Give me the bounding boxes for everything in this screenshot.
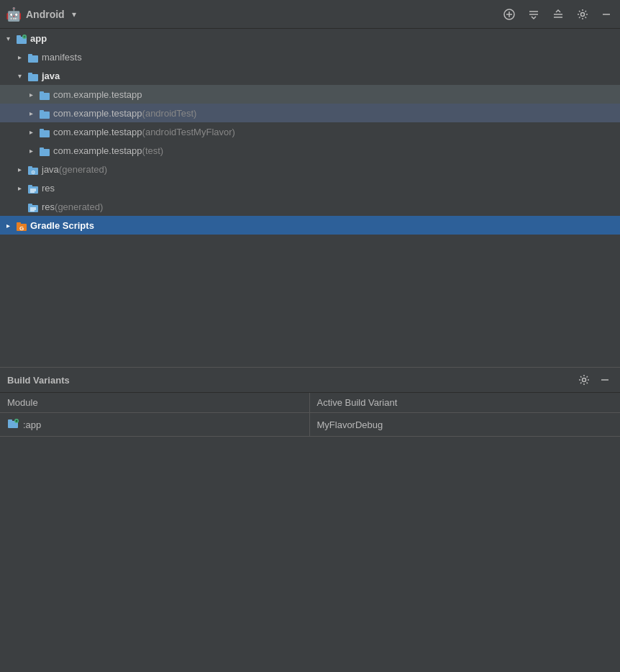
item-suffix-java-gen: (generated) (59, 164, 107, 175)
svg-rect-20 (40, 110, 44, 112)
tree-item-gradle[interactable]: G Gradle Scripts (0, 216, 620, 235)
svg-point-41 (583, 378, 586, 382)
settings-button[interactable] (574, 7, 591, 22)
svg-rect-15 (28, 74, 38, 81)
svg-rect-39 (17, 222, 21, 224)
tree-item-java[interactable]: java (0, 66, 620, 85)
svg-text:⚙: ⚙ (31, 170, 35, 175)
item-label-pkg3: com.example.testapp (53, 127, 142, 137)
expand-arrow-java[interactable] (14, 71, 24, 81)
item-label-gradle: Gradle Scripts (30, 220, 94, 231)
item-label-manifests: manifests (42, 52, 82, 63)
expand-arrow-app[interactable] (3, 33, 13, 43)
module-cell: :app (7, 419, 302, 430)
item-label-java: java (42, 71, 60, 81)
col-header-module: Module (0, 393, 309, 413)
svg-rect-26 (28, 166, 32, 168)
tree-item-java-gen[interactable]: ⚙ java (generated) (0, 160, 620, 178)
folder-icon-res-gen (27, 202, 39, 211)
expand-arrow-gradle[interactable] (3, 220, 13, 230)
table-row[interactable]: :app MyFlavorDebug (0, 413, 620, 437)
bv-minimize-button[interactable] (597, 373, 613, 386)
folder-icon-gradle: G (16, 221, 27, 230)
svg-point-12 (24, 36, 26, 38)
folder-icon-res (27, 183, 39, 192)
expand-arrow-pkg4[interactable] (26, 145, 36, 155)
expand-arrow-pkg2[interactable] (26, 108, 36, 118)
item-label-pkg2: com.example.testapp (53, 108, 142, 119)
svg-rect-14 (28, 54, 32, 56)
item-label-app: app (30, 33, 47, 44)
app-module-icon (7, 419, 19, 430)
folder-icon-java-gen: ⚙ (27, 165, 39, 173)
expand-arrow-java-gen[interactable] (14, 164, 24, 174)
svg-rect-13 (28, 55, 38, 63)
expand-arrow-res[interactable] (14, 183, 24, 193)
table-cell-variant[interactable]: MyFlavorDebug (309, 413, 620, 437)
tree-item-res[interactable]: res (0, 178, 620, 197)
folder-icon-manifests (27, 53, 39, 61)
tree-item-pkg5[interactable]: com.example.testapp (test) (0, 141, 620, 160)
folder-icon-pkg2 (39, 109, 50, 117)
file-tree: app manifests java (0, 29, 620, 367)
build-variants-header: Build Variants (0, 367, 620, 393)
collapse-all-button[interactable] (525, 7, 542, 22)
item-suffix-pkg2: (androidTest) (142, 108, 197, 119)
folder-icon-java (27, 71, 39, 80)
tree-item-manifests[interactable]: manifests (0, 47, 620, 66)
svg-rect-23 (40, 149, 50, 156)
svg-rect-10 (17, 35, 21, 37)
tree-item-pkg4[interactable]: com.example.testapp (androidTestMyFlavor… (0, 122, 620, 141)
svg-rect-19 (40, 112, 50, 119)
svg-rect-21 (40, 130, 50, 137)
build-variants-panel: Build Variants Module Active Build Varia… (0, 367, 620, 645)
variant-value: MyFlavorDebug (317, 419, 383, 430)
minimize-button[interactable] (598, 8, 614, 21)
tree-item-app[interactable]: app (0, 29, 620, 47)
module-name: :app (23, 419, 41, 430)
toolbar: 🤖 Android ▾ (0, 0, 620, 29)
item-label-pkg1: com.example.testapp (53, 89, 142, 100)
item-label-res-gen: res (42, 201, 55, 212)
folder-icon-pkg4 (39, 146, 50, 155)
toolbar-title: 🤖 Android ▾ (6, 6, 501, 22)
col-header-variant: Active Build Variant (309, 393, 620, 413)
svg-rect-24 (40, 147, 44, 150)
folder-icon-app (16, 34, 27, 42)
build-variants-table: Module Active Build Variant :app (0, 393, 620, 437)
item-suffix-pkg3: (androidTestMyFlavor) (142, 127, 235, 137)
expand-arrow-manifests[interactable] (14, 52, 24, 62)
bv-settings-button[interactable] (575, 373, 593, 387)
tree-item-res-gen[interactable]: res (generated) (0, 197, 620, 216)
svg-rect-34 (28, 204, 32, 206)
table-cell-module: :app (0, 413, 309, 437)
folder-icon-pkg3 (39, 127, 50, 136)
item-label-pkg4: com.example.testapp (53, 145, 142, 156)
svg-point-7 (581, 12, 585, 16)
bottom-empty-area (0, 437, 620, 645)
svg-rect-22 (40, 129, 44, 131)
tree-item-pkg2[interactable]: com.example.testapp (0, 85, 620, 104)
expand-arrow-pkg1[interactable] (26, 89, 36, 99)
android-icon: 🤖 (6, 6, 22, 22)
svg-rect-16 (28, 73, 32, 75)
panel-title: Android (26, 9, 65, 20)
item-suffix-pkg4: (test) (142, 145, 164, 156)
toolbar-actions (501, 7, 614, 22)
folder-icon-pkg1 (39, 90, 50, 99)
svg-rect-17 (40, 93, 50, 100)
item-suffix-res-gen: (generated) (55, 201, 103, 212)
tree-item-pkg3[interactable]: com.example.testapp (androidTest) (0, 104, 620, 122)
svg-rect-18 (40, 91, 44, 94)
bv-actions (575, 373, 613, 387)
svg-point-46 (16, 420, 18, 422)
item-label-res: res (42, 183, 55, 194)
expand-all-button[interactable] (550, 7, 567, 22)
add-button[interactable] (501, 7, 518, 22)
expand-arrow-pkg3[interactable] (26, 127, 36, 137)
dropdown-button[interactable]: ▾ (69, 8, 79, 21)
svg-text:G: G (19, 225, 24, 232)
item-label-java-gen: java (42, 164, 59, 175)
svg-rect-29 (28, 185, 32, 187)
svg-rect-44 (8, 419, 12, 422)
